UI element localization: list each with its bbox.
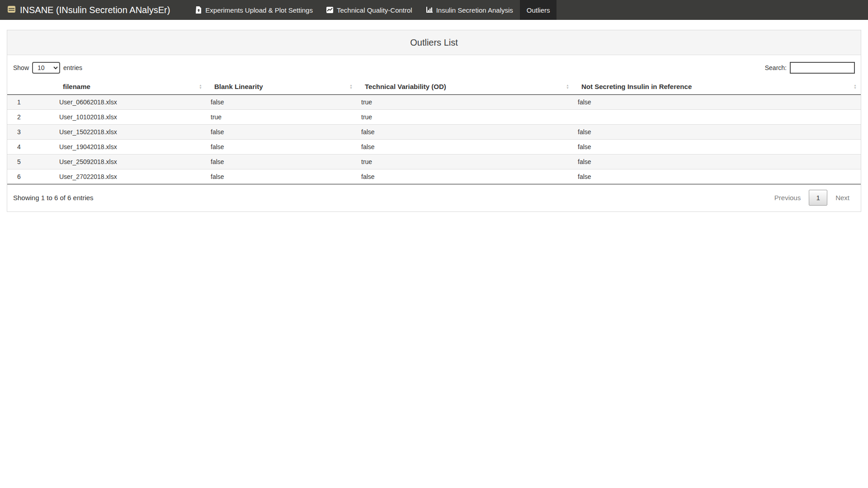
- cell-index: 5: [7, 155, 55, 169]
- cell-filename: User_19042018.xlsx: [55, 140, 206, 155]
- table-controls: Show 10 entries Search:: [7, 55, 861, 79]
- cell-index: 1: [7, 95, 55, 110]
- cell-not-secreting: false: [573, 140, 861, 155]
- pagination: Previous 1 Next: [769, 190, 855, 206]
- cell-filename: User_15022018.xlsx: [55, 125, 206, 140]
- tab-label: Technical Quality-Control: [337, 6, 412, 14]
- table-footer: Showing 1 to 6 of 6 entries Previous 1 N…: [7, 184, 861, 211]
- tab-label: Experiments Upload & Plot Settings: [205, 6, 313, 14]
- sort-icon[interactable]: ▲▼: [349, 84, 353, 89]
- page-1-button[interactable]: 1: [809, 190, 827, 206]
- tab-insulin-secretion-analysis[interactable]: Insulin Secretion Analysis: [419, 0, 520, 20]
- cell-index: 6: [7, 169, 55, 184]
- search-label: Search:: [765, 64, 787, 71]
- insane-logo-icon: [7, 5, 16, 15]
- chart-line-icon: [326, 7, 333, 13]
- sort-icon[interactable]: ▲▼: [199, 84, 202, 89]
- sort-icon[interactable]: ▲▼: [854, 84, 857, 89]
- file-upload-icon: [196, 6, 202, 14]
- cell-technical-variability: true: [357, 155, 573, 169]
- outliers-table: filename ▲▼ Blank Linearity ▲▼ Technical…: [7, 79, 861, 184]
- table-row[interactable]: 6 User_27022018.xlsx false false false: [7, 169, 861, 184]
- cell-blank-linearity: false: [206, 125, 357, 140]
- chart-bar-icon: [426, 7, 433, 13]
- cell-not-secreting: [573, 110, 861, 125]
- header-technical-variability[interactable]: Technical Variability (OD) ▲▼: [357, 79, 573, 95]
- table-row[interactable]: 4 User_19042018.xlsx false false false: [7, 140, 861, 155]
- cell-filename: User_10102018.xlsx: [55, 110, 206, 125]
- app-brand: INSANE (INsulin Secretion ANalysEr): [0, 0, 176, 20]
- nav-tabs: Experiments Upload & Plot Settings Techn…: [189, 0, 557, 20]
- cell-not-secreting: false: [573, 125, 861, 140]
- cell-not-secreting: false: [573, 169, 861, 184]
- tab-technical-quality-control[interactable]: Technical Quality-Control: [320, 0, 419, 20]
- table-row[interactable]: 5 User_25092018.xlsx false true false: [7, 155, 861, 169]
- header-index: [7, 79, 55, 95]
- cell-technical-variability: true: [357, 95, 573, 110]
- show-label: Show: [13, 64, 29, 71]
- entries-label: entries: [63, 64, 82, 71]
- table-row[interactable]: 2 User_10102018.xlsx true true: [7, 110, 861, 125]
- tab-outliers[interactable]: Outliers: [520, 0, 557, 20]
- tab-label: Insulin Secretion Analysis: [436, 6, 513, 14]
- navbar: INSANE (INsulin Secretion ANalysEr) Expe…: [0, 0, 868, 20]
- cell-index: 2: [7, 110, 55, 125]
- entries-select[interactable]: 10: [32, 62, 60, 74]
- cell-not-secreting: false: [573, 95, 861, 110]
- header-blank-linearity[interactable]: Blank Linearity ▲▼: [206, 79, 357, 95]
- tab-experiments-upload[interactable]: Experiments Upload & Plot Settings: [189, 0, 320, 20]
- panel-heading: Outliers List: [7, 30, 861, 55]
- length-control: Show 10 entries: [13, 62, 82, 74]
- app-title: INSANE (INsulin Secretion ANalysEr): [20, 5, 170, 15]
- previous-button[interactable]: Previous: [769, 190, 806, 205]
- cell-blank-linearity: true: [206, 110, 357, 125]
- header-not-secreting[interactable]: Not Secreting Insulin in Reference ▲▼: [573, 79, 861, 95]
- cell-index: 4: [7, 140, 55, 155]
- table-row[interactable]: 3 User_15022018.xlsx false false false: [7, 125, 861, 140]
- outliers-panel: Outliers List Show 10 entries Search:: [7, 30, 861, 212]
- search-control: Search:: [765, 62, 855, 74]
- page-title: Outliers List: [410, 38, 458, 48]
- cell-technical-variability: false: [357, 125, 573, 140]
- tab-label: Outliers: [527, 6, 550, 14]
- header-filename[interactable]: filename ▲▼: [55, 79, 206, 95]
- cell-filename: User_27022018.xlsx: [55, 169, 206, 184]
- sort-icon[interactable]: ▲▼: [566, 84, 569, 89]
- cell-blank-linearity: false: [206, 95, 357, 110]
- cell-blank-linearity: false: [206, 140, 357, 155]
- next-button[interactable]: Next: [830, 190, 855, 205]
- cell-index: 3: [7, 125, 55, 140]
- cell-filename: User_25092018.xlsx: [55, 155, 206, 169]
- cell-technical-variability: false: [357, 169, 573, 184]
- search-input[interactable]: [790, 62, 855, 74]
- cell-filename: User_06062018.xlsx: [55, 95, 206, 110]
- cell-technical-variability: true: [357, 110, 573, 125]
- table-row[interactable]: 1 User_06062018.xlsx false true false: [7, 95, 861, 110]
- table-header: filename ▲▼ Blank Linearity ▲▼ Technical…: [7, 79, 861, 95]
- table-body: 1 User_06062018.xlsx false true false 2 …: [7, 95, 861, 184]
- cell-technical-variability: false: [357, 140, 573, 155]
- cell-blank-linearity: false: [206, 169, 357, 184]
- cell-not-secreting: false: [573, 155, 861, 169]
- table-info: Showing 1 to 6 of 6 entries: [13, 194, 94, 202]
- cell-blank-linearity: false: [206, 155, 357, 169]
